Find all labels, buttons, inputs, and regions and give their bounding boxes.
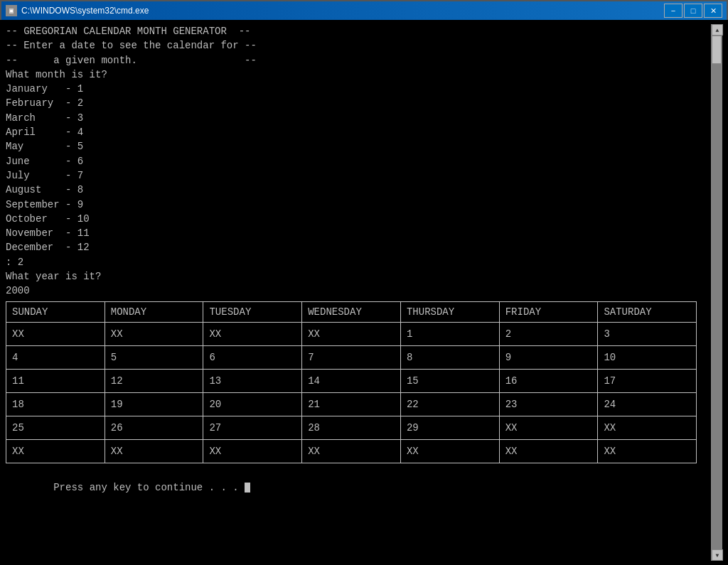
col-header-saturday: SATURDAY [598, 301, 697, 322]
calendar-cell: XX [105, 439, 203, 463]
header-line-2: -- Enter a date to see the calendar for … [6, 38, 711, 53]
month-list-5: May - 5 [6, 139, 711, 154]
calendar-cell: XX [6, 439, 105, 463]
calendar-cell: 10 [598, 345, 697, 369]
year-input: 2000 [6, 284, 711, 298]
month-list-6: June - 6 [6, 154, 711, 168]
calendar-cell: 25 [6, 416, 105, 439]
col-header-wednesday: WEDNESDAY [302, 301, 401, 322]
calendar-cell: 3 [598, 322, 697, 345]
calendar-cell: 27 [203, 416, 302, 439]
calendar-cell: 12 [105, 369, 203, 392]
scrollbar[interactable]: ▲ ▼ [711, 24, 722, 561]
calendar-cell: XX [203, 439, 302, 463]
calendar-cell: XX [598, 439, 697, 463]
calendar-cell: 5 [105, 345, 203, 369]
calendar-cell: 22 [400, 392, 499, 416]
calendar-cell: XX [105, 322, 203, 345]
calendar-cell: XX [203, 322, 302, 345]
col-header-tuesday: TUESDAY [203, 301, 302, 322]
window-title: C:\WINDOWS\system32\cmd.exe [21, 6, 149, 16]
scroll-down-button[interactable]: ▼ [712, 549, 723, 561]
prompt-month: What month is it? [6, 68, 711, 82]
calendar-cell: 1 [400, 322, 499, 345]
calendar-row: XXXXXXXX123 [6, 322, 697, 345]
calendar-row: 2526272829XXXX [6, 416, 697, 439]
title-bar: ▣ C:\WINDOWS\system32\cmd.exe − □ ✕ [0, 0, 728, 20]
calendar-cell: 23 [499, 392, 598, 416]
calendar-cell: 26 [105, 416, 203, 439]
calendar-table: SUNDAY MONDAY TUESDAY WEDNESDAY THURSDAY… [6, 301, 697, 463]
month-list-10: October - 10 [6, 212, 711, 226]
calendar-cell: 19 [105, 392, 203, 416]
prompt-year: What year is it? [6, 269, 711, 284]
close-button[interactable]: ✕ [704, 4, 722, 18]
calendar-cell: 28 [302, 416, 401, 439]
calendar-cell: XX [302, 322, 401, 345]
calendar-cell: 16 [499, 369, 598, 392]
calendar-row: XXXXXXXXXXXXXX [6, 439, 697, 463]
calendar-row: 18192021222324 [6, 392, 697, 416]
calendar-cell: 24 [598, 392, 697, 416]
month-list-11: November - 11 [6, 226, 711, 240]
col-header-monday: MONDAY [105, 301, 203, 322]
calendar-cell: 15 [400, 369, 499, 392]
title-bar-left: ▣ C:\WINDOWS\system32\cmd.exe [6, 5, 149, 16]
calendar-cell: 17 [598, 369, 697, 392]
scroll-up-button[interactable]: ▲ [712, 24, 723, 36]
month-list-1: January - 1 [6, 82, 711, 96]
month-list-3: March - 3 [6, 111, 711, 125]
calendar-cell: 11 [6, 369, 105, 392]
cursor-block [245, 483, 250, 493]
month-list-2: February - 2 [6, 96, 711, 110]
col-header-sunday: SUNDAY [6, 301, 105, 322]
calendar-cell: 14 [302, 369, 401, 392]
calendar-cell: XX [302, 439, 401, 463]
calendar-cell: 4 [6, 345, 105, 369]
col-header-thursday: THURSDAY [400, 301, 499, 322]
calendar-cell: XX [598, 416, 697, 439]
calendar-cell: XX [6, 322, 105, 345]
month-list-12: December - 12 [6, 240, 711, 254]
calendar-header-row: SUNDAY MONDAY TUESDAY WEDNESDAY THURSDAY… [6, 301, 697, 322]
month-list-7: July - 7 [6, 168, 711, 183]
col-header-friday: FRIDAY [499, 301, 598, 322]
window-icon: ▣ [6, 5, 17, 16]
calendar-cell: 8 [400, 345, 499, 369]
month-list-4: April - 4 [6, 125, 711, 139]
console-area: -- GREGORIAN CALENDAR MONTH GENERATOR --… [0, 20, 728, 565]
month-list-8: August - 8 [6, 183, 711, 197]
window: ▣ C:\WINDOWS\system32\cmd.exe − □ ✕ -- G… [0, 0, 728, 565]
minimize-button[interactable]: − [664, 4, 682, 18]
calendar-cell: 7 [302, 345, 401, 369]
header-line-1: -- GREGORIAN CALENDAR MONTH GENERATOR -- [6, 24, 711, 38]
console-content: -- GREGORIAN CALENDAR MONTH GENERATOR --… [6, 24, 711, 561]
calendar-cell: XX [499, 439, 598, 463]
calendar-row: 11121314151617 [6, 369, 697, 392]
calendar-cell: 20 [203, 392, 302, 416]
scrollbar-track[interactable] [712, 36, 722, 549]
month-list-9: September - 9 [6, 198, 711, 212]
calendar-cell: 6 [203, 345, 302, 369]
calendar-cell: XX [499, 416, 598, 439]
press-any-key: Press any key to continue . . . [6, 466, 711, 510]
calendar-cell: XX [400, 439, 499, 463]
calendar-cell: 18 [6, 392, 105, 416]
maximize-button[interactable]: □ [684, 4, 702, 18]
calendar-cell: 13 [203, 369, 302, 392]
window-controls: − □ ✕ [664, 4, 722, 18]
header-line-3: -- a given month. -- [6, 53, 711, 68]
calendar-cell: 9 [499, 345, 598, 369]
scrollbar-thumb[interactable] [712, 36, 722, 64]
calendar-cell: 2 [499, 322, 598, 345]
calendar-cell: 21 [302, 392, 401, 416]
calendar-cell: 29 [400, 416, 499, 439]
calendar-row: 45678910 [6, 345, 697, 369]
month-input: : 2 [6, 255, 711, 269]
